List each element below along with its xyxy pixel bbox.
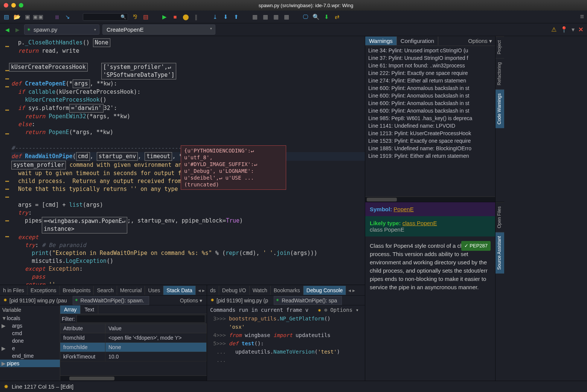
- warning-item[interactable]: Line 1523: Pylint: Exactly one space req…: [365, 137, 495, 145]
- warning-item[interactable]: Line 600: Pylint: Anomalous backslash in…: [365, 99, 495, 107]
- search2-icon[interactable]: 🔍: [313, 14, 319, 20]
- panel-tab[interactable]: Uses: [145, 286, 163, 295]
- warning-item[interactable]: Line 37: Pylint: Unused StringIO importe…: [365, 54, 495, 62]
- run-icon[interactable]: ▶: [161, 14, 168, 20]
- panel-tab[interactable]: Search: [94, 286, 117, 295]
- panel-tab[interactable]: h in Files: [0, 286, 27, 295]
- attr-table[interactable]: Attribute Value fromchild<open file '<fd…: [60, 324, 207, 375]
- goto-icon[interactable]: ↘: [64, 14, 71, 20]
- warning-item[interactable]: Line 222: Pylint: Exactly one space requ…: [365, 69, 495, 77]
- warning-item[interactable]: Line 1885: Undefined name: BlockingIOErr…: [365, 145, 495, 152]
- file-tab[interactable]: ✶ spawn.py ▾: [24, 24, 99, 35]
- chevron-down-icon[interactable]: ▾: [572, 26, 575, 33]
- col-value[interactable]: Value: [105, 324, 207, 333]
- grid1-icon[interactable]: ▦: [252, 14, 258, 20]
- refresh-icon[interactable]: ⇄: [334, 14, 340, 20]
- clear-icon[interactable]: ⊗: [324, 307, 327, 313]
- vtab-refactoring[interactable]: Refactoring: [496, 58, 504, 89]
- warning-item[interactable]: Line 600: Pylint: Anomalous backslash in…: [365, 84, 495, 92]
- menu-icon[interactable]: ≡: [580, 13, 584, 21]
- search-input[interactable]: 🔍: [83, 13, 128, 21]
- vtab-source-assistant[interactable]: Source Assistant: [496, 232, 504, 273]
- indent-icon[interactable]: ⫼: [53, 14, 60, 20]
- open-file-icon[interactable]: 📂: [14, 14, 20, 20]
- attr-tab-text[interactable]: Text: [81, 305, 98, 314]
- tab-warnings[interactable]: Warnings: [365, 37, 397, 45]
- warning-item[interactable]: Line 600: Pylint: Anomalous backslash in…: [365, 92, 495, 99]
- new-file-icon[interactable]: ▤: [3, 14, 10, 20]
- grid4-icon[interactable]: ▦: [283, 14, 290, 20]
- nav-back-icon[interactable]: ◀: [4, 27, 11, 33]
- function-selector[interactable]: CreatePopenE ▾: [102, 24, 215, 35]
- grid3-icon[interactable]: ▦: [273, 14, 279, 20]
- variable-tree[interactable]: ▼locals ▶args cmd done ▶e end_time ▶pipe…: [0, 314, 60, 381]
- panel-tab[interactable]: Mercurial: [117, 286, 145, 295]
- hover-hook: kUserCreateProcessHook: [9, 63, 88, 72]
- dropdown-icon[interactable]: ▾: [210, 26, 212, 31]
- maximize-window-icon[interactable]: [19, 3, 23, 8]
- warning-item[interactable]: Line 600: Pylint: Anomalous backslash in…: [365, 107, 495, 114]
- attr-tab-array[interactable]: Array: [60, 305, 81, 314]
- dropdown-icon[interactable]: ▾: [94, 27, 96, 32]
- minimize-window-icon[interactable]: [11, 3, 16, 8]
- warning-item[interactable]: Line 274: Pylint: Either all return stat…: [365, 77, 495, 84]
- warnings-list[interactable]: Line 34: Pylint: Unused import cStringIO…: [365, 46, 495, 197]
- nav-forward-icon[interactable]: ▶: [14, 27, 21, 33]
- step-out-icon[interactable]: ⬆: [233, 14, 239, 20]
- hover-value-none: None: [93, 38, 110, 47]
- debug-console-body[interactable]: Commands run in current frame v ✸ ⊗ Opti…: [207, 305, 365, 381]
- warning-item[interactable]: Line 34: Pylint: Unused import cStringIO…: [365, 47, 495, 54]
- panel-tab[interactable]: ds: [207, 286, 219, 295]
- stop-icon[interactable]: ■: [172, 14, 178, 20]
- find-replace-icon[interactable]: ⅋: [132, 14, 139, 20]
- vtab-open-files[interactable]: Open Files: [496, 202, 504, 232]
- debug-icon[interactable]: ⬤: [182, 14, 189, 20]
- stack-subtab[interactable]: ✸[pid 91190] wing.py (pau: [2, 296, 72, 305]
- dc-subtab[interactable]: ✶ReadWaitOnPipe(): spa: [274, 296, 342, 305]
- vtab-project[interactable]: Project: [496, 36, 504, 58]
- save-all-icon[interactable]: ▣▣: [35, 14, 41, 20]
- bug-icon[interactable]: ✸: [318, 307, 321, 313]
- panel-tab-debug-console[interactable]: Debug Console: [303, 286, 346, 295]
- step-over-icon[interactable]: ⤓: [212, 14, 218, 20]
- options-dropdown[interactable]: Options ▾: [180, 297, 205, 304]
- close-window-icon[interactable]: [4, 3, 8, 8]
- code-editor[interactable]: p._CloseBothHandles() None return read, …: [0, 36, 365, 285]
- panel-tab[interactable]: Watch: [250, 286, 271, 295]
- panel-tab[interactable]: Bookmarks: [271, 286, 303, 295]
- panel-nav-icon[interactable]: ◂ ▸: [346, 287, 357, 293]
- h-scrollbar[interactable]: [365, 197, 495, 202]
- tab-configuration[interactable]: Configuration: [397, 37, 438, 45]
- dc-subtab[interactable]: ✸[pid 91190] wing.py (p: [209, 296, 273, 305]
- vtab-code-warnings[interactable]: Code Warnings: [496, 89, 504, 128]
- panel-tab-stack-data[interactable]: Stack Data: [163, 286, 195, 295]
- find-file-icon[interactable]: ▤: [142, 14, 149, 20]
- panel-tab[interactable]: Breakpoints: [60, 286, 94, 295]
- type-link[interactable]: class PopenE: [403, 220, 437, 226]
- warning-item[interactable]: Line 1919: Pylint: Either all return sta…: [365, 152, 495, 160]
- warning-triangle-icon[interactable]: ⚠: [551, 26, 557, 33]
- symbol-link[interactable]: PopenE: [393, 206, 413, 212]
- save-icon[interactable]: ▣: [24, 14, 31, 20]
- warning-item[interactable]: Line 1213: Pylint: kUserCreateProcessHoo…: [365, 130, 495, 137]
- download-icon[interactable]: ⬇: [323, 14, 330, 20]
- h-scrollbar[interactable]: [60, 375, 207, 381]
- warning-item[interactable]: Line 61: Import not found: ..win32proces…: [365, 62, 495, 69]
- panel-nav-icon[interactable]: ◂ ▸: [196, 287, 207, 293]
- grid2-icon[interactable]: ▦: [262, 14, 269, 20]
- stack-subtab[interactable]: ✶ReadWaitOnPipe(): spawn.: [73, 296, 149, 305]
- warning-item[interactable]: Line 985: Pep8: W601 .has_key() is depre…: [365, 114, 495, 122]
- panel-tab[interactable]: Debug I/O: [219, 286, 250, 295]
- close-tab-icon[interactable]: ✕: [578, 26, 583, 33]
- monitor-icon[interactable]: 🖵: [302, 14, 309, 20]
- bug-status-icon[interactable]: ✸: [4, 383, 9, 390]
- pause-icon[interactable]: ‖: [193, 14, 200, 20]
- step-into-icon[interactable]: ⬇: [222, 14, 229, 20]
- filter-input[interactable]: [76, 315, 205, 323]
- pin-icon[interactable]: 📍: [560, 26, 568, 33]
- options-dropdown[interactable]: Options ▾: [468, 38, 495, 44]
- panel-tab[interactable]: Exceptions: [27, 286, 59, 295]
- options-dropdown[interactable]: Options ▾: [330, 307, 362, 313]
- warning-item[interactable]: Line 1141: Undefined name: LPVOID: [365, 122, 495, 130]
- col-attribute[interactable]: Attribute: [60, 324, 105, 333]
